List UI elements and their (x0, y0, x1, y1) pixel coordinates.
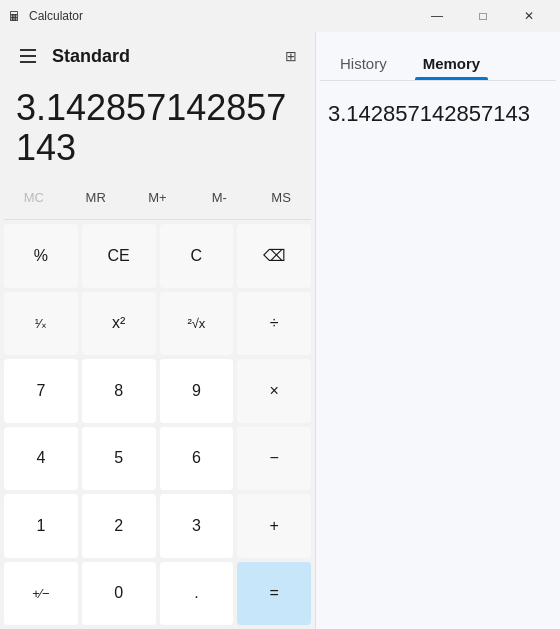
app-icon: 🖩 (8, 9, 21, 24)
memory-bar: MC MR M+ M- MS (0, 175, 315, 219)
seven-button[interactable]: 7 (4, 359, 78, 422)
minimize-button[interactable]: — (414, 0, 460, 32)
memory-panel: 3.142857142857143 (316, 81, 560, 629)
hamburger-line-2 (20, 55, 36, 57)
left-panel: Standard ⊞ 3.142857142857143 MC MR M+ M-… (0, 32, 315, 629)
divide-button[interactable]: ÷ (237, 292, 311, 355)
add-button[interactable]: + (237, 494, 311, 557)
app-title: Calculator (29, 9, 83, 23)
header-row: Standard ⊞ (0, 32, 315, 80)
display-area: 3.142857142857143 (0, 80, 315, 175)
mr-button[interactable]: MR (66, 179, 126, 215)
title-bar-left: 🖩 Calculator (8, 9, 83, 24)
backspace-button[interactable]: ⌫ (237, 224, 311, 287)
title-bar-controls: — □ ✕ (414, 0, 552, 32)
zero-button[interactable]: 0 (82, 562, 156, 625)
menu-button[interactable] (12, 40, 44, 72)
decimal-button[interactable]: . (160, 562, 234, 625)
main-display: 3.142857142857143 (16, 88, 299, 167)
three-button[interactable]: 3 (160, 494, 234, 557)
sqrt-button[interactable]: ²√x (160, 292, 234, 355)
two-button[interactable]: 2 (82, 494, 156, 557)
hamburger-line-1 (20, 49, 36, 51)
title-bar: 🖩 Calculator — □ ✕ (0, 0, 560, 32)
tabs-row: History Memory (316, 32, 560, 80)
button-grid: % CE C ⌫ ¹∕ₓ x² ²√x ÷ 7 8 9 × 4 5 6 − 1 … (0, 220, 315, 629)
reciprocal-button[interactable]: ¹∕ₓ (4, 292, 78, 355)
mode-title: Standard (52, 46, 271, 67)
hamburger-line-3 (20, 61, 36, 63)
subtract-button[interactable]: − (237, 427, 311, 490)
close-button[interactable]: ✕ (506, 0, 552, 32)
right-panel: History Memory 3.142857142857143 (315, 32, 560, 629)
maximize-button[interactable]: □ (460, 0, 506, 32)
four-button[interactable]: 4 (4, 427, 78, 490)
six-button[interactable]: 6 (160, 427, 234, 490)
mminus-button[interactable]: M- (189, 179, 249, 215)
tab-memory[interactable]: Memory (407, 47, 497, 80)
nine-button[interactable]: 9 (160, 359, 234, 422)
percent-button[interactable]: % (4, 224, 78, 287)
calculator: Standard ⊞ 3.142857142857143 MC MR M+ M-… (0, 32, 560, 629)
c-button[interactable]: C (160, 224, 234, 287)
memory-stored-value: 3.142857142857143 (324, 93, 552, 135)
eight-button[interactable]: 8 (82, 359, 156, 422)
multiply-button[interactable]: × (237, 359, 311, 422)
mc-button[interactable]: MC (4, 179, 64, 215)
one-button[interactable]: 1 (4, 494, 78, 557)
equals-button[interactable]: = (237, 562, 311, 625)
summary-icon[interactable]: ⊞ (279, 44, 303, 68)
negate-button[interactable]: +∕− (4, 562, 78, 625)
five-button[interactable]: 5 (82, 427, 156, 490)
ms-button[interactable]: MS (251, 179, 311, 215)
ce-button[interactable]: CE (82, 224, 156, 287)
square-button[interactable]: x² (82, 292, 156, 355)
tab-history[interactable]: History (324, 47, 403, 80)
mplus-button[interactable]: M+ (128, 179, 188, 215)
